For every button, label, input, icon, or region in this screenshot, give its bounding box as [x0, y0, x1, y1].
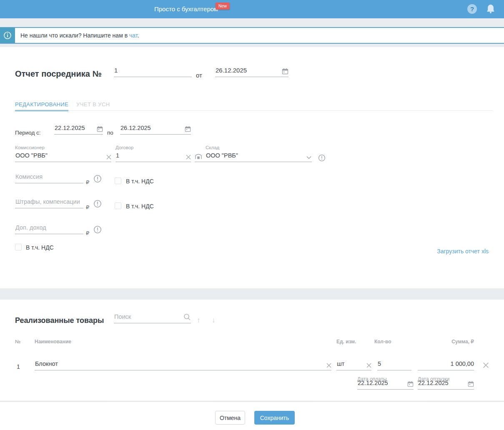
col-header-name: Наименование	[35, 339, 71, 345]
period-to-input[interactable]	[120, 125, 185, 134]
report-number-input[interactable]	[114, 67, 192, 77]
calendar-icon[interactable]	[185, 126, 191, 134]
penalties-info-icon[interactable]	[93, 200, 102, 208]
report-form-card: Отчет посредника № от РЕДАКТИРОВАНИЕ УЧЕ…	[0, 47, 504, 288]
tab-editing[interactable]: РЕДАКТИРОВАНИЕ	[15, 101, 68, 111]
commissioner-field-wrap	[15, 152, 111, 162]
ruble-symbol: ₽	[86, 179, 89, 185]
col-header-unit: Ед. изм.	[336, 339, 356, 345]
ruble-symbol: ₽	[86, 204, 89, 210]
warehouse-field-wrap	[195, 152, 312, 162]
warehouse-info-icon[interactable]	[318, 154, 326, 162]
report-date-input[interactable]	[215, 67, 282, 77]
calendar-icon[interactable]	[468, 381, 474, 389]
product-sum-input[interactable]	[418, 360, 474, 370]
ruble-symbol: ₽	[86, 230, 89, 236]
contract-input[interactable]	[115, 152, 186, 162]
search-input[interactable]	[114, 313, 183, 323]
from-label: от	[196, 72, 202, 79]
period-label: Период с:	[15, 130, 41, 136]
commission-field-wrap	[15, 173, 83, 183]
extra-income-field-wrap	[15, 224, 83, 234]
penalties-input[interactable]	[15, 198, 83, 208]
extra-income-info-icon[interactable]	[93, 225, 102, 234]
product-sum-field-wrap	[418, 360, 474, 370]
calendar-icon[interactable]	[97, 126, 103, 134]
product-unit-input[interactable]	[336, 360, 366, 370]
extra-income-vat-checkbox[interactable]	[15, 244, 22, 250]
contract-field-wrap	[115, 152, 191, 162]
period-from-field-wrap	[54, 125, 103, 135]
move-up-icon[interactable]: ↑	[197, 316, 201, 325]
commission-input[interactable]	[15, 173, 83, 183]
commissioner-label: Комиссионер	[15, 145, 45, 150]
clear-icon[interactable]	[106, 155, 111, 162]
info-banner: Не нашли что искали? Напишите нам в чат.	[0, 27, 504, 44]
chevron-down-icon[interactable]	[306, 155, 312, 162]
col-header-qty: Кол-во	[374, 339, 391, 345]
section-separator	[0, 288, 504, 300]
report-number-field-wrap	[114, 67, 192, 77]
col-header-num: №	[15, 339, 20, 345]
delete-row-icon[interactable]	[483, 362, 489, 368]
notifications-bell-icon[interactable]	[486, 4, 495, 15]
footer-bar: Отмена Сохранить	[0, 402, 504, 430]
tab-usn[interactable]: УЧЕТ В УСН	[76, 101, 110, 111]
period-to-label: по	[107, 130, 113, 136]
warehouse-label: Склад	[206, 145, 219, 150]
warehouse-icon	[195, 152, 202, 162]
tabs-divider	[15, 110, 493, 111]
product-unit-field-wrap	[336, 360, 371, 370]
move-down-icon[interactable]: ↓	[212, 316, 216, 325]
save-button[interactable]: Сохранить	[254, 411, 295, 425]
commission-info-icon[interactable]	[93, 175, 102, 183]
contract-label: Договор	[115, 145, 133, 150]
col-header-sum: Сумма, ₽	[451, 339, 474, 345]
product-name-input[interactable]	[35, 360, 326, 370]
tab-bar: РЕДАКТИРОВАНИЕ УЧЕТ В УСН	[15, 101, 110, 111]
clear-icon[interactable]	[366, 363, 371, 370]
penalties-vat-label: В т.ч. НДС	[126, 203, 154, 210]
chat-link[interactable]: чат	[129, 32, 138, 39]
clear-icon[interactable]	[326, 363, 331, 370]
period-to-field-wrap	[120, 125, 191, 135]
clear-icon[interactable]	[186, 155, 191, 162]
warehouse-select-value[interactable]	[206, 152, 306, 162]
app-header: Просто с бухгалтером New ?	[0, 0, 504, 18]
commission-vat-checkbox[interactable]	[115, 178, 121, 184]
info-icon	[3, 31, 12, 40]
shipping-date-field-wrap	[418, 380, 474, 390]
extra-income-input[interactable]	[15, 224, 83, 234]
commissioner-input[interactable]	[15, 152, 106, 162]
products-section-title: Реализованные товары	[15, 316, 104, 325]
new-badge: New	[216, 2, 230, 10]
info-banner-icon-box	[0, 28, 15, 43]
upload-xls-link[interactable]: Загрузить отчет xls	[437, 248, 489, 255]
sold-products-card: Реализованные товары ↑ ↓ № Наименование …	[0, 300, 504, 401]
commission-vat-label: В т.ч. НДС	[126, 178, 154, 185]
penalties-vat-checkbox[interactable]	[115, 202, 121, 209]
help-icon[interactable]: ?	[467, 4, 477, 14]
penalties-field-wrap	[15, 198, 83, 208]
cancel-button[interactable]: Отмена	[215, 411, 245, 425]
banner-message: Не нашли что искали? Напишите нам в чат.	[20, 32, 139, 39]
calendar-icon[interactable]	[407, 381, 414, 389]
products-search-field-wrap	[114, 313, 191, 323]
page-title: Отчет посредника №	[15, 69, 102, 79]
search-icon[interactable]	[183, 313, 191, 323]
calendar-icon[interactable]	[282, 68, 288, 77]
row-number: 1	[17, 363, 20, 370]
payment-date-input[interactable]	[357, 380, 407, 389]
app-title: Просто с бухгалтером	[154, 5, 218, 12]
report-date-field-wrap	[215, 67, 288, 77]
shipping-date-input[interactable]	[418, 380, 468, 389]
extra-income-vat-label: В т.ч. НДС	[26, 244, 54, 251]
product-qty-field-wrap	[377, 360, 411, 370]
period-from-input[interactable]	[54, 125, 97, 134]
product-name-field-wrap	[35, 360, 331, 370]
payment-date-field-wrap	[357, 380, 414, 390]
product-qty-input[interactable]	[377, 360, 411, 370]
